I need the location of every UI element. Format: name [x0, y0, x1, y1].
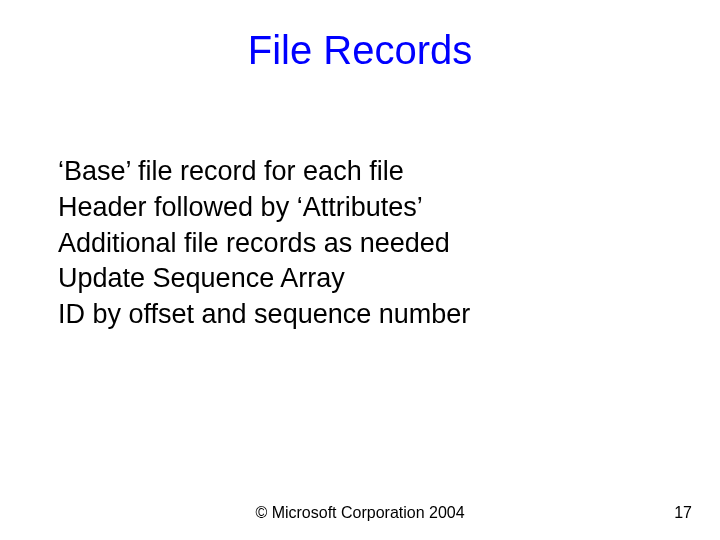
- slide: File Records ‘Base’ file record for each…: [0, 0, 720, 540]
- slide-title: File Records: [0, 28, 720, 73]
- bullet-item: Header followed by ‘Attributes’: [58, 191, 662, 225]
- bullet-item: Update Sequence Array: [58, 262, 662, 296]
- bullet-item: Additional file records as needed: [58, 227, 662, 261]
- page-number: 17: [674, 504, 692, 522]
- slide-body: ‘Base’ file record for each file Header …: [58, 155, 662, 334]
- copyright-footer: © Microsoft Corporation 2004: [0, 504, 720, 522]
- bullet-item: ‘Base’ file record for each file: [58, 155, 662, 189]
- bullet-item: ID by offset and sequence number: [58, 298, 662, 332]
